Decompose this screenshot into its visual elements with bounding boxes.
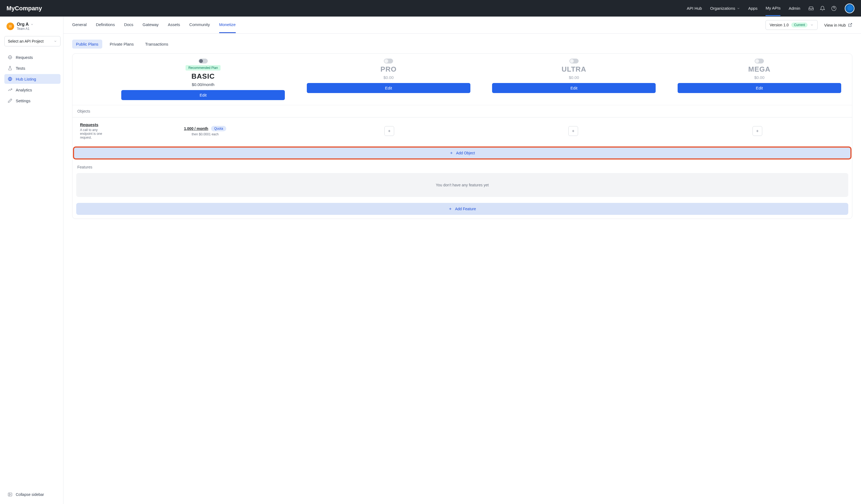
sidebar-item-label: Settings	[16, 98, 30, 103]
top-nav: API Hub Organizations Apps My APIs Admin	[687, 1, 800, 16]
tab-definitions[interactable]: Definitions	[96, 17, 115, 33]
edit-plan-button[interactable]: Edit	[121, 90, 285, 100]
edit-plan-button[interactable]: Edit	[492, 83, 656, 93]
tab-public-plans[interactable]: Public Plans	[72, 40, 102, 49]
features-empty-state: You don't have any features yet	[76, 173, 848, 197]
external-link-icon	[848, 23, 852, 27]
nav-organizations[interactable]: Organizations	[710, 1, 740, 15]
pencil-icon	[8, 98, 13, 103]
object-name[interactable]: Requests	[80, 122, 113, 127]
plan-mega: MEGA $0.00 Edit	[667, 54, 852, 105]
add-object-label: Add Object	[456, 151, 475, 155]
org-name-label: Org A	[17, 22, 29, 27]
plan-name: ULTRA	[561, 65, 586, 73]
plan-name: PRO	[381, 65, 397, 73]
view-in-hub-link[interactable]: View in Hub	[824, 23, 852, 27]
sidebar-item-label: Analytics	[16, 87, 32, 92]
main-content: General Definitions Docs Gateway Assets …	[64, 16, 861, 504]
plan-name: BASIC	[192, 72, 215, 81]
plan-pro: PRO $0.00 Edit	[296, 54, 481, 105]
tab-gateway[interactable]: Gateway	[143, 17, 159, 33]
tab-docs[interactable]: Docs	[124, 17, 133, 33]
plan-toggle[interactable]	[199, 58, 208, 64]
tab-transactions[interactable]: Transactions	[141, 40, 172, 49]
collapse-sidebar-button[interactable]: Collapse sidebar	[4, 489, 60, 500]
nav-admin[interactable]: Admin	[789, 1, 800, 15]
top-header: MyCompany API Hub Organizations Apps My …	[0, 0, 861, 16]
quota-badge: Quota	[211, 126, 227, 131]
plan-toggle[interactable]	[755, 58, 764, 64]
project-select-label: Select an API Project	[8, 39, 44, 43]
org-icon	[6, 23, 14, 30]
plus-icon	[448, 207, 452, 211]
project-select[interactable]: Select an API Project	[4, 36, 60, 46]
help-icon[interactable]	[831, 6, 837, 11]
nav-api-hub[interactable]: API Hub	[687, 1, 702, 15]
nav-my-apis[interactable]: My APIs	[766, 1, 780, 16]
svg-point-5	[9, 56, 12, 59]
plans-header-row: Recommended Plan BASIC $0.00/month Edit …	[72, 54, 852, 105]
sidebar-item-label: Requests	[16, 55, 33, 60]
object-row: Requests A call to any endpoint is one r…	[72, 118, 852, 147]
tab-private-plans[interactable]: Private Plans	[106, 40, 138, 49]
add-quota-button[interactable]	[384, 126, 394, 136]
add-object-button[interactable]: Add Object	[73, 147, 851, 159]
nav-organizations-label: Organizations	[710, 6, 735, 11]
collapse-icon	[8, 492, 13, 497]
chevron-down-icon	[54, 40, 57, 43]
add-quota-button[interactable]	[752, 126, 762, 136]
add-feature-button[interactable]: Add Feature	[76, 203, 848, 215]
quota-value[interactable]: 1,000 / month	[184, 126, 208, 131]
plan-price: $0.00	[383, 75, 394, 80]
sidebar-item-requests[interactable]: Requests	[4, 52, 60, 62]
quota-overage: then $0.0001 each	[113, 132, 297, 136]
inbox-icon[interactable]	[808, 6, 814, 11]
brand-logo: MyCompany	[6, 5, 42, 12]
sidebar-item-hub-listing[interactable]: Hub Listing	[4, 74, 60, 84]
sidebar-item-label: Tests	[16, 66, 25, 70]
sidebar-item-tests[interactable]: Tests	[4, 63, 60, 73]
add-feature-label: Add Feature	[455, 207, 476, 211]
sidebar: Org A Team A1 Select an API Project Requ…	[0, 16, 64, 504]
plan-name: MEGA	[748, 65, 770, 73]
version-selector[interactable]: Version 1.0 Current	[766, 20, 818, 30]
team-name-label: Team A1	[17, 27, 33, 31]
add-quota-button[interactable]	[568, 126, 578, 136]
sub-header: General Definitions Docs Gateway Assets …	[64, 16, 861, 33]
org-switcher[interactable]: Org A Team A1	[4, 21, 60, 32]
sidebar-item-analytics[interactable]: Analytics	[4, 85, 60, 95]
tab-community[interactable]: Community	[189, 17, 210, 33]
sidebar-item-label: Hub Listing	[16, 77, 36, 81]
user-avatar[interactable]	[845, 3, 855, 13]
features-section-title: Features	[72, 161, 852, 173]
target-icon	[8, 55, 13, 60]
plan-price: $0.00	[754, 75, 764, 80]
object-description: A call to any endpoint is one request.	[80, 128, 110, 139]
objects-section-title: Objects	[72, 105, 852, 117]
chevron-down-icon	[737, 7, 740, 10]
flask-icon	[8, 66, 13, 70]
plan-basic: Recommended Plan BASIC $0.00/month Edit	[110, 54, 296, 105]
sidebar-item-settings[interactable]: Settings	[4, 96, 60, 106]
plan-price: $0.00	[569, 75, 579, 80]
tab-monetize[interactable]: Monetize	[219, 17, 236, 33]
plans-card: Recommended Plan BASIC $0.00/month Edit …	[72, 53, 852, 219]
quota-cell-basic: 1,000 / month Quota then $0.0001 each	[113, 126, 297, 136]
globe-icon	[8, 77, 13, 81]
recommended-badge: Recommended Plan	[186, 65, 220, 70]
collapse-label: Collapse sidebar	[16, 492, 44, 497]
chevron-down-icon	[30, 23, 33, 26]
plan-toggle[interactable]	[570, 58, 578, 64]
edit-plan-button[interactable]: Edit	[678, 83, 841, 93]
tab-assets[interactable]: Assets	[168, 17, 180, 33]
top-icon-group	[808, 3, 855, 13]
chart-icon	[8, 87, 13, 92]
chevron-down-icon	[810, 23, 814, 27]
plan-tabs: Public Plans Private Plans Transactions	[64, 33, 861, 53]
edit-plan-button[interactable]: Edit	[307, 83, 470, 93]
bell-icon[interactable]	[820, 6, 825, 11]
plan-toggle[interactable]	[384, 58, 393, 64]
plus-icon	[450, 151, 453, 155]
tab-general[interactable]: General	[72, 17, 86, 33]
nav-apps[interactable]: Apps	[748, 1, 757, 15]
